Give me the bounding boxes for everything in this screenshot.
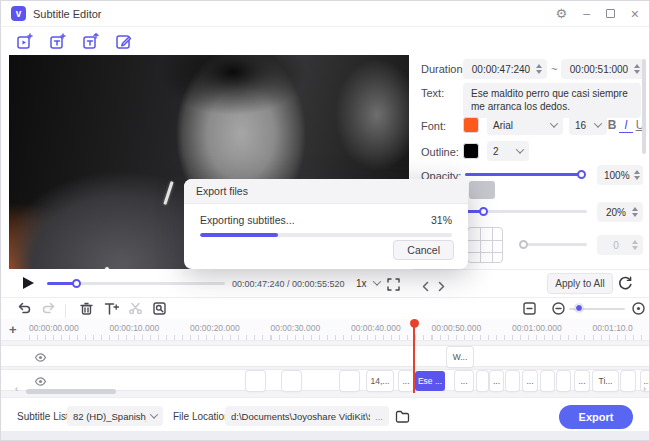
cancel-button[interactable]: Cancel xyxy=(393,240,454,260)
speed-value: 1x xyxy=(356,278,367,289)
opacity-slider[interactable] xyxy=(465,173,585,176)
cut-icon[interactable] xyxy=(128,301,143,320)
folder-icon[interactable] xyxy=(395,409,410,427)
subtitle-clip[interactable]: Ti... xyxy=(593,371,618,391)
eye-icon[interactable] xyxy=(34,350,47,368)
subtitle-clip[interactable]: ... xyxy=(399,371,413,391)
subtitle-clip[interactable]: Ese ... xyxy=(415,371,445,391)
subtitle-clip[interactable] xyxy=(282,371,301,391)
timeline-ruler[interactable]: 00:00:00.00000:00:10.00000:00:20.00000:0… xyxy=(1,319,649,341)
spinner-arrows-icon[interactable] xyxy=(632,240,638,250)
subtitle-clip[interactable]: ... xyxy=(455,371,473,391)
size-slider-knob[interactable] xyxy=(479,207,488,216)
opacity-slider-knob[interactable] xyxy=(577,170,586,179)
size-slider[interactable] xyxy=(457,210,587,213)
subtitle-clip[interactable]: ... xyxy=(490,371,503,391)
browse-more-button[interactable]: ... xyxy=(375,411,383,422)
maximize-button[interactable] xyxy=(606,9,615,18)
time-display: 00:00:47:240 / 00:00:55:520 xyxy=(232,279,345,289)
close-button[interactable]: × xyxy=(631,7,639,21)
subtitle-clip[interactable] xyxy=(506,371,519,391)
subtitle-text-input[interactable]: Ese maldito perro que casi siempre me ar… xyxy=(463,83,641,118)
position-grid-icon[interactable] xyxy=(467,227,503,263)
fullscreen-icon[interactable] xyxy=(387,277,400,295)
subtitle-list-label: Subtitle List: xyxy=(17,411,71,422)
find-subtitle-icon[interactable] xyxy=(152,301,167,320)
outline-size-select[interactable]: 2 xyxy=(487,141,529,161)
resize-handle[interactable] xyxy=(104,266,110,269)
undo-icon[interactable] xyxy=(17,301,32,320)
timeline-hscrollbar[interactable] xyxy=(26,389,116,394)
position-slider-knob[interactable] xyxy=(519,240,528,249)
duration-end-spinner[interactable]: 00:00:51:000 xyxy=(561,59,645,79)
position-spinner[interactable]: 0 xyxy=(597,235,643,255)
delete-icon[interactable] xyxy=(79,301,94,320)
playhead-line[interactable] xyxy=(413,321,415,393)
font-family-select[interactable]: Arial xyxy=(487,115,563,135)
subtitle-track-2[interactable]: 14,......Ese ...............Ti...... xyxy=(1,369,649,391)
playhead[interactable] xyxy=(410,319,419,328)
previous-icon[interactable] xyxy=(421,278,430,296)
subtitle-clip[interactable] xyxy=(477,371,488,391)
edit-subtitle-icon[interactable] xyxy=(115,33,133,51)
main-toolbar xyxy=(1,28,133,55)
zoom-in-icon[interactable] xyxy=(631,301,646,320)
play-button[interactable] xyxy=(23,277,34,289)
subtitle-track-1[interactable]: W... xyxy=(1,345,649,367)
ruler-label: 00:00:50.000 xyxy=(432,323,482,333)
scroll-right-icon[interactable]: › xyxy=(643,384,646,394)
add-subtitle-icon[interactable] xyxy=(82,33,100,51)
ruler-label: 00:00:30.000 xyxy=(271,323,321,333)
subtitle-clip[interactable] xyxy=(246,371,265,391)
subtitle-clip[interactable]: ... xyxy=(523,371,537,391)
fit-timeline-icon[interactable] xyxy=(522,301,537,320)
zoom-out-icon[interactable] xyxy=(551,301,566,320)
timeline-zoom-knob[interactable] xyxy=(575,304,583,312)
spinner-arrows-icon[interactable] xyxy=(634,170,640,180)
panel-scrollbar[interactable] xyxy=(642,59,646,154)
subtitle-clip[interactable] xyxy=(340,371,359,391)
outline-color-swatch[interactable] xyxy=(463,143,479,159)
spinner-arrows-icon[interactable] xyxy=(634,64,640,74)
font-size-select[interactable]: 16 xyxy=(569,115,607,135)
bold-button[interactable]: B xyxy=(605,118,619,132)
playback-speed-select[interactable]: 1x xyxy=(350,273,386,293)
font-color-swatch[interactable] xyxy=(463,117,479,133)
subtitle-clip[interactable]: 14,... xyxy=(367,371,393,391)
redo-icon[interactable] xyxy=(41,301,56,320)
duration-start-spinner[interactable]: 00:00:47:240 xyxy=(463,59,547,79)
add-text-icon[interactable] xyxy=(103,301,119,320)
apply-to-all-button[interactable]: Apply to All xyxy=(547,273,613,294)
refresh-icon[interactable] xyxy=(617,275,633,295)
opacity-spinner[interactable]: 100% xyxy=(597,165,643,185)
export-dialog-title: Export files xyxy=(184,179,468,204)
subtitle-clip[interactable] xyxy=(557,371,570,391)
import-subtitle-icon[interactable] xyxy=(49,33,67,51)
file-location-label: File Location: xyxy=(173,411,232,422)
add-track-button[interactable]: + xyxy=(9,322,17,337)
file-location-input[interactable]: d:\Documents\Joyoshare VidiKit\Subtitle … xyxy=(225,406,389,426)
position-slider[interactable] xyxy=(521,243,587,246)
background-color-swatch[interactable] xyxy=(469,181,495,199)
subtitle-clip[interactable]: ... xyxy=(575,371,589,391)
subtitle-list-select[interactable]: 82 (HD)_Spanish_1 xyxy=(67,406,163,426)
spinner-arrows-icon[interactable] xyxy=(632,207,638,217)
scroll-left-icon[interactable]: ‹ xyxy=(15,384,18,394)
chevron-down-icon xyxy=(550,119,558,127)
ruler-label: 00:00:40.000 xyxy=(351,323,401,333)
export-button[interactable]: Export xyxy=(559,405,633,429)
size-spinner[interactable]: 20% xyxy=(597,202,643,222)
next-icon[interactable] xyxy=(437,278,446,296)
subtitle-clip[interactable] xyxy=(541,371,554,391)
import-video-icon[interactable] xyxy=(16,33,34,51)
chevron-down-icon xyxy=(594,119,602,127)
subtitle-clip[interactable] xyxy=(621,371,635,391)
spinner-arrows-icon[interactable] xyxy=(536,64,542,74)
subtitle-clip[interactable]: W... xyxy=(447,347,473,367)
font-size-value: 16 xyxy=(575,120,586,131)
settings-gear-icon[interactable]: ⚙ xyxy=(555,7,567,20)
seek-slider-knob[interactable] xyxy=(72,279,81,288)
minimize-button[interactable]: – xyxy=(583,8,590,20)
italic-button[interactable]: I xyxy=(619,118,633,133)
duration-separator: ~ xyxy=(551,63,557,75)
